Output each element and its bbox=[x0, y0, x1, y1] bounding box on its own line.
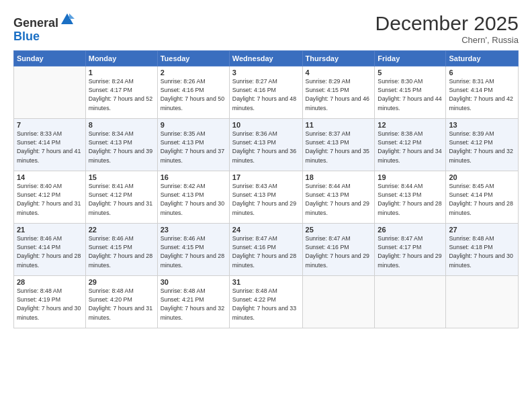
day-info: Sunrise: 8:29 AMSunset: 4:15 PMDaylight:… bbox=[306, 77, 372, 113]
day-number: 6 bbox=[449, 68, 515, 77]
day-cell: 16Sunrise: 8:42 AMSunset: 4:13 PMDayligh… bbox=[157, 171, 229, 224]
day-number: 13 bbox=[449, 121, 515, 129]
col-header-thursday: Thursday bbox=[302, 51, 375, 66]
page: General Blue December 2025 Chern', Russi… bbox=[0, 0, 532, 411]
day-info: Sunrise: 8:34 AMSunset: 4:13 PMDaylight:… bbox=[89, 130, 154, 165]
day-info: Sunrise: 8:37 AMSunset: 4:13 PMDaylight:… bbox=[306, 130, 372, 165]
day-cell: 6Sunrise: 8:31 AMSunset: 4:14 PMDaylight… bbox=[446, 66, 519, 119]
day-number: 25 bbox=[306, 226, 372, 234]
day-cell: 4Sunrise: 8:29 AMSunset: 4:15 PMDaylight… bbox=[302, 66, 375, 119]
day-number: 31 bbox=[232, 278, 300, 286]
day-number: 1 bbox=[89, 68, 154, 77]
day-cell: 13Sunrise: 8:39 AMSunset: 4:12 PMDayligh… bbox=[446, 119, 519, 171]
col-header-wednesday: Wednesday bbox=[229, 51, 302, 66]
day-number: 19 bbox=[378, 173, 443, 181]
day-number: 12 bbox=[378, 121, 443, 129]
day-info: Sunrise: 8:42 AMSunset: 4:13 PMDaylight:… bbox=[161, 182, 226, 218]
day-cell: 25Sunrise: 8:47 AMSunset: 4:16 PMDayligh… bbox=[302, 224, 375, 276]
logo: General Blue bbox=[13, 12, 75, 44]
day-cell: 18Sunrise: 8:44 AMSunset: 4:13 PMDayligh… bbox=[302, 171, 375, 224]
day-info: Sunrise: 8:45 AMSunset: 4:14 PMDaylight:… bbox=[449, 182, 515, 218]
logo-icon bbox=[60, 12, 75, 27]
day-number: 8 bbox=[89, 121, 154, 129]
day-cell: 20Sunrise: 8:45 AMSunset: 4:14 PMDayligh… bbox=[446, 171, 519, 224]
day-cell: 19Sunrise: 8:44 AMSunset: 4:13 PMDayligh… bbox=[375, 171, 446, 224]
svg-marker-1 bbox=[69, 13, 75, 19]
day-info: Sunrise: 8:46 AMSunset: 4:15 PMDaylight:… bbox=[161, 234, 226, 270]
day-number: 27 bbox=[449, 226, 515, 234]
day-cell bbox=[375, 276, 446, 328]
day-number: 21 bbox=[17, 226, 83, 234]
day-info: Sunrise: 8:48 AMSunset: 4:22 PMDaylight:… bbox=[232, 287, 300, 322]
day-number: 20 bbox=[449, 173, 515, 181]
day-cell: 12Sunrise: 8:38 AMSunset: 4:12 PMDayligh… bbox=[375, 119, 446, 171]
day-number: 18 bbox=[306, 173, 372, 181]
day-cell: 5Sunrise: 8:30 AMSunset: 4:15 PMDaylight… bbox=[375, 66, 446, 119]
month-title: December 2025 bbox=[375, 12, 519, 35]
week-row-4: 21Sunrise: 8:46 AMSunset: 4:14 PMDayligh… bbox=[14, 224, 519, 276]
day-cell bbox=[302, 276, 375, 328]
day-number: 26 bbox=[378, 226, 443, 234]
day-cell: 17Sunrise: 8:43 AMSunset: 4:13 PMDayligh… bbox=[229, 171, 302, 224]
day-number: 11 bbox=[306, 121, 372, 129]
day-info: Sunrise: 8:24 AMSunset: 4:17 PMDaylight:… bbox=[89, 77, 154, 113]
day-number: 14 bbox=[17, 173, 83, 181]
day-info: Sunrise: 8:47 AMSunset: 4:17 PMDaylight:… bbox=[378, 234, 443, 270]
day-cell: 15Sunrise: 8:41 AMSunset: 4:12 PMDayligh… bbox=[85, 171, 157, 224]
day-info: Sunrise: 8:36 AMSunset: 4:13 PMDaylight:… bbox=[232, 130, 300, 165]
day-number: 9 bbox=[161, 121, 226, 129]
day-number: 28 bbox=[17, 278, 83, 286]
day-info: Sunrise: 8:44 AMSunset: 4:13 PMDaylight:… bbox=[378, 182, 443, 218]
calendar-header-row: SundayMondayTuesdayWednesdayThursdayFrid… bbox=[14, 51, 519, 66]
day-info: Sunrise: 8:40 AMSunset: 4:12 PMDaylight:… bbox=[17, 182, 83, 218]
week-row-1: 1Sunrise: 8:24 AMSunset: 4:17 PMDaylight… bbox=[14, 66, 519, 119]
day-number: 23 bbox=[161, 226, 226, 234]
day-number: 7 bbox=[17, 121, 83, 129]
day-info: Sunrise: 8:48 AMSunset: 4:21 PMDaylight:… bbox=[161, 287, 226, 322]
day-cell: 1Sunrise: 8:24 AMSunset: 4:17 PMDaylight… bbox=[85, 66, 157, 119]
col-header-tuesday: Tuesday bbox=[157, 51, 229, 66]
header: General Blue December 2025 Chern', Russi… bbox=[13, 12, 519, 45]
logo-general: General bbox=[13, 16, 58, 30]
day-number: 4 bbox=[306, 68, 372, 77]
day-cell: 22Sunrise: 8:46 AMSunset: 4:15 PMDayligh… bbox=[85, 224, 157, 276]
week-row-3: 14Sunrise: 8:40 AMSunset: 4:12 PMDayligh… bbox=[14, 171, 519, 224]
day-info: Sunrise: 8:35 AMSunset: 4:13 PMDaylight:… bbox=[161, 130, 226, 165]
day-info: Sunrise: 8:48 AMSunset: 4:20 PMDaylight:… bbox=[89, 287, 154, 322]
title-block: December 2025 Chern', Russia bbox=[375, 12, 519, 45]
day-number: 22 bbox=[89, 226, 154, 234]
day-number: 3 bbox=[232, 68, 300, 77]
day-info: Sunrise: 8:30 AMSunset: 4:15 PMDaylight:… bbox=[378, 77, 443, 113]
day-cell: 30Sunrise: 8:48 AMSunset: 4:21 PMDayligh… bbox=[157, 276, 229, 328]
day-cell: 2Sunrise: 8:26 AMSunset: 4:16 PMDaylight… bbox=[157, 66, 229, 119]
day-info: Sunrise: 8:27 AMSunset: 4:16 PMDaylight:… bbox=[232, 77, 300, 113]
day-cell: 24Sunrise: 8:47 AMSunset: 4:16 PMDayligh… bbox=[229, 224, 302, 276]
day-cell: 31Sunrise: 8:48 AMSunset: 4:22 PMDayligh… bbox=[229, 276, 302, 328]
day-number: 29 bbox=[89, 278, 154, 286]
day-info: Sunrise: 8:33 AMSunset: 4:14 PMDaylight:… bbox=[17, 130, 83, 165]
day-cell bbox=[14, 66, 86, 119]
week-row-5: 28Sunrise: 8:48 AMSunset: 4:19 PMDayligh… bbox=[14, 276, 519, 328]
day-info: Sunrise: 8:48 AMSunset: 4:19 PMDaylight:… bbox=[17, 287, 83, 322]
day-info: Sunrise: 8:46 AMSunset: 4:15 PMDaylight:… bbox=[89, 234, 154, 270]
day-info: Sunrise: 8:38 AMSunset: 4:12 PMDaylight:… bbox=[378, 130, 443, 165]
day-info: Sunrise: 8:43 AMSunset: 4:13 PMDaylight:… bbox=[232, 182, 300, 218]
day-number: 16 bbox=[161, 173, 226, 181]
day-cell: 27Sunrise: 8:48 AMSunset: 4:18 PMDayligh… bbox=[446, 224, 519, 276]
day-cell: 7Sunrise: 8:33 AMSunset: 4:14 PMDaylight… bbox=[14, 119, 86, 171]
col-header-saturday: Saturday bbox=[446, 51, 519, 66]
day-info: Sunrise: 8:41 AMSunset: 4:12 PMDaylight:… bbox=[89, 182, 154, 218]
day-cell bbox=[446, 276, 519, 328]
day-info: Sunrise: 8:26 AMSunset: 4:16 PMDaylight:… bbox=[161, 77, 226, 113]
day-cell: 9Sunrise: 8:35 AMSunset: 4:13 PMDaylight… bbox=[157, 119, 229, 171]
day-cell: 14Sunrise: 8:40 AMSunset: 4:12 PMDayligh… bbox=[14, 171, 86, 224]
day-info: Sunrise: 8:48 AMSunset: 4:18 PMDaylight:… bbox=[449, 234, 515, 270]
day-cell: 10Sunrise: 8:36 AMSunset: 4:13 PMDayligh… bbox=[229, 119, 302, 171]
day-number: 30 bbox=[161, 278, 226, 286]
day-number: 24 bbox=[232, 226, 300, 234]
day-number: 2 bbox=[161, 68, 226, 77]
day-cell: 23Sunrise: 8:46 AMSunset: 4:15 PMDayligh… bbox=[157, 224, 229, 276]
day-cell: 8Sunrise: 8:34 AMSunset: 4:13 PMDaylight… bbox=[85, 119, 157, 171]
calendar: SundayMondayTuesdayWednesdayThursdayFrid… bbox=[13, 50, 519, 328]
day-info: Sunrise: 8:31 AMSunset: 4:14 PMDaylight:… bbox=[449, 77, 515, 113]
